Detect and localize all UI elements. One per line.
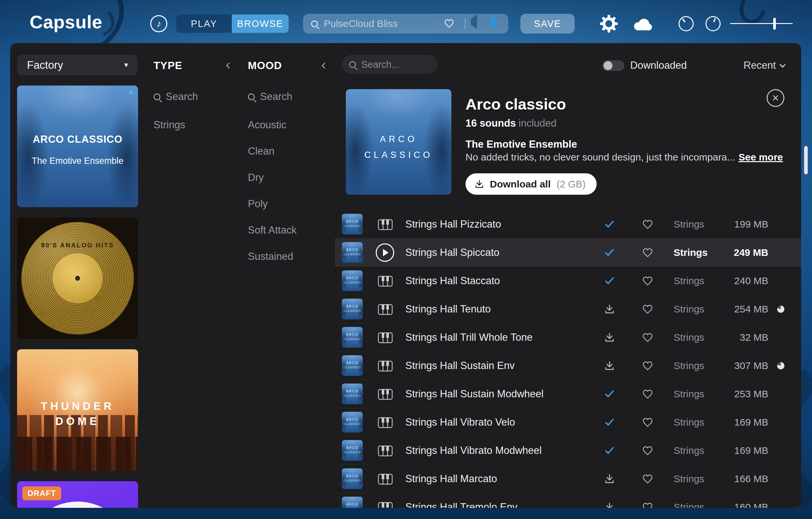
sound-status[interactable] [600, 465, 619, 493]
sound-thumbnail: ARCO CLASSICO [342, 327, 362, 348]
volume-slider-handle[interactable] [773, 18, 776, 30]
preset-bar[interactable]: PulseCloud Bliss [303, 14, 508, 33]
filter-item[interactable]: Soft Attack [248, 224, 335, 237]
previous-preset-button[interactable] [471, 19, 477, 25]
tile-arco-classico[interactable]: ARCO CLASSICO The Emotive Ensemble [17, 85, 138, 207]
favorite-heart-icon[interactable] [638, 465, 657, 493]
tile-thunder-dome[interactable]: THUNDER DOME [17, 349, 138, 471]
thumb-art-line2: CLASSICO [342, 394, 362, 397]
keyboard-icon [375, 501, 396, 508]
filter-item-label: Soft Attack [248, 224, 296, 236]
filter-item[interactable]: Dry [248, 171, 335, 184]
sound-row[interactable]: ARCO CLASSICO Strings Hall Pizzicato Str… [335, 210, 801, 238]
sound-thumbnail: ARCO CLASSICO [342, 468, 362, 489]
download-all-button[interactable]: Download all (2 GB) [465, 173, 597, 195]
sound-size: 307 MB [716, 352, 768, 380]
filter-item[interactable]: Clean [248, 145, 335, 158]
favorite-heart-icon[interactable] [638, 408, 657, 436]
sound-status[interactable] [600, 267, 619, 295]
collapse-chevron-icon[interactable] [226, 62, 232, 69]
close-detail-button[interactable]: × [766, 89, 784, 107]
mood-search-item[interactable]: Search [248, 90, 335, 103]
sound-status[interactable] [600, 352, 619, 380]
left-arrow-icon [471, 15, 477, 29]
sound-status[interactable] [600, 380, 619, 408]
tile-80s-analog-hits[interactable]: 80'S ANALOG HITS [17, 217, 138, 339]
sound-status[interactable] [600, 295, 619, 323]
sound-row[interactable]: ARCO CLASSICO Strings Hall Vibrato Velo … [335, 408, 801, 436]
sound-status[interactable] [600, 323, 619, 352]
sound-row[interactable]: ARCO CLASSICO Strings Hall Spiccato Stri… [335, 238, 801, 266]
downloaded-toggle-label: Downloaded [630, 57, 687, 74]
type-search-item[interactable]: Search [153, 90, 239, 103]
sound-status[interactable] [600, 436, 619, 465]
next-preset-button[interactable] [491, 19, 497, 25]
play-button[interactable] [376, 243, 394, 262]
filter-item[interactable]: Strings [153, 118, 239, 132]
sound-status[interactable] [600, 408, 619, 436]
type-search-label: Search [166, 91, 198, 103]
tile-draft[interactable]: DRAFT [17, 481, 138, 508]
sound-row[interactable]: ARCO CLASSICO Strings Hall Tremolo Env S… [335, 493, 801, 508]
save-button[interactable]: SAVE [520, 14, 575, 33]
downloaded-toggle[interactable] [602, 60, 624, 71]
thumb-art-line2: CLASSICO [342, 450, 362, 454]
play-tab[interactable]: PLAY [176, 15, 232, 33]
album-art-text: ARCO CLASSICO [346, 131, 452, 163]
filter-item[interactable]: Sustained [248, 250, 335, 263]
favorite-heart-icon[interactable] [638, 380, 657, 408]
favorite-heart-icon[interactable] [638, 493, 657, 508]
sound-name: Strings Hall Sustain Modwheel [405, 380, 544, 408]
view-switch: PLAY BROWSE [176, 15, 289, 33]
favorite-heart-icon[interactable] [638, 210, 657, 239]
filter-item-label: Strings [153, 119, 185, 131]
sound-search-field[interactable] [342, 55, 438, 74]
sound-size: 199 MB [716, 210, 768, 239]
sound-row[interactable]: ARCO CLASSICO Strings Hall Sustain Modwh… [335, 380, 801, 408]
library-source-dropdown[interactable]: Factory ▼ [17, 55, 138, 75]
sound-type-tag: Strings [674, 295, 704, 323]
sound-row[interactable]: ARCO CLASSICO Strings Hall Marcato Strin… [335, 464, 801, 493]
window-scrollbar[interactable] [804, 146, 808, 174]
volume-slider-track[interactable] [730, 23, 792, 24]
sound-row[interactable]: ARCO CLASSICO Strings Hall Trill Whole T… [335, 323, 801, 351]
sound-status[interactable] [600, 210, 619, 239]
keyboard-icon [375, 445, 396, 457]
favorite-heart-icon[interactable] [638, 352, 657, 380]
sort-dropdown[interactable]: Recent [744, 57, 785, 74]
cloud-sync-icon[interactable] [631, 15, 652, 32]
mood-search-label: Search [260, 91, 292, 103]
macro-knob-2[interactable] [705, 16, 721, 31]
thumb-art-line1: ARCO [342, 446, 362, 449]
download-icon [604, 331, 615, 344]
sound-status[interactable] [600, 239, 619, 267]
filter-item[interactable]: Poly [248, 197, 335, 211]
favorite-heart-icon[interactable] [638, 295, 657, 323]
favorite-heart-icon[interactable] [638, 267, 657, 295]
settings-gear-icon[interactable] [599, 14, 619, 33]
sound-size: 169 MB [716, 436, 768, 465]
download-all-size: (2 GB) [557, 179, 585, 190]
browse-tab[interactable]: BROWSE [232, 15, 289, 33]
note-jack-icon[interactable]: ♪ [150, 15, 167, 32]
thumb-art-line2: CLASSICO [342, 366, 362, 369]
favorite-heart-icon[interactable] [638, 436, 657, 465]
keyboard-icon [375, 417, 396, 429]
type-filter-column: TYPE Search Strings [145, 43, 239, 508]
sound-search-input[interactable] [361, 59, 427, 70]
macro-knob-1[interactable] [678, 16, 694, 31]
favorite-heart-icon[interactable] [638, 323, 657, 352]
collapse-chevron-icon[interactable] [321, 62, 327, 69]
favorite-heart-icon[interactable] [638, 239, 657, 267]
sound-row[interactable]: ARCO CLASSICO Strings Hall Tenuto String… [335, 295, 801, 323]
sound-type-tag: Strings [674, 352, 704, 380]
see-more-link[interactable]: See more [738, 152, 783, 162]
favorite-heart-icon[interactable] [444, 19, 454, 28]
filter-item[interactable]: Acoustic [248, 118, 335, 132]
sound-row[interactable]: ARCO CLASSICO Strings Hall Staccato Stri… [335, 266, 801, 295]
sound-status[interactable] [600, 493, 619, 508]
sound-row[interactable]: ARCO CLASSICO Strings Hall Sustain Env S… [335, 351, 801, 380]
sound-type-tag: Strings [674, 436, 704, 465]
sound-row[interactable]: ARCO CLASSICO Strings Hall Vibrato Modwh… [335, 436, 801, 464]
thumb-art-line1: ARCO [342, 220, 362, 223]
